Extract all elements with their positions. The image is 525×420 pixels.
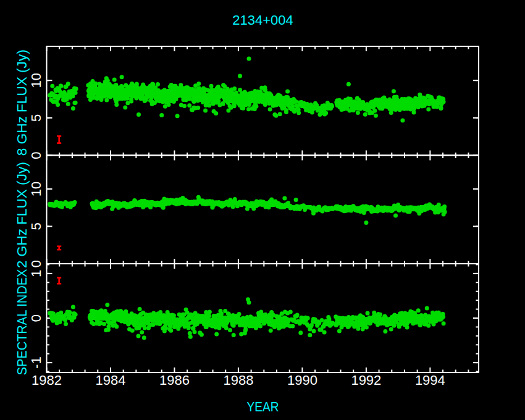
panel-flux-2ghz: 05102 GHz FLUX (Jy) xyxy=(14,156,479,269)
data-point xyxy=(392,89,396,93)
data-point xyxy=(268,107,272,112)
data-point xyxy=(363,112,368,117)
data-point xyxy=(114,103,119,107)
y-tick-label: 10 xyxy=(28,73,44,88)
data-point xyxy=(175,114,180,118)
data-point xyxy=(112,78,117,82)
data-point xyxy=(311,211,316,216)
data-point xyxy=(124,309,128,314)
data-point xyxy=(196,82,201,86)
data-point xyxy=(437,203,441,207)
data-point xyxy=(442,321,446,326)
data-point xyxy=(320,318,324,322)
data-point xyxy=(330,104,334,109)
x-tick-label: 1994 xyxy=(415,372,445,388)
data-point xyxy=(73,200,77,204)
panel-spectral-index: -101SPECTRAL INDEX xyxy=(14,264,479,376)
y-axis-title-flux-2ghz: 2 GHz FLUX (Jy) xyxy=(14,162,30,268)
data-point xyxy=(74,86,78,91)
data-points-spectral-index xyxy=(48,297,445,340)
data-point xyxy=(243,327,248,332)
data-point xyxy=(216,99,220,103)
data-points-flux-8ghz xyxy=(48,57,445,123)
data-point xyxy=(426,324,430,328)
data-point xyxy=(282,196,287,201)
data-point xyxy=(136,112,141,117)
data-point xyxy=(284,108,288,112)
data-point xyxy=(130,329,135,333)
y-tick-label: 0 xyxy=(28,151,44,159)
data-point xyxy=(193,330,197,334)
y-tick-label: 10 xyxy=(28,182,44,196)
data-point xyxy=(389,327,393,332)
x-tick-label: 1992 xyxy=(351,372,381,388)
data-point xyxy=(74,91,78,95)
data-point xyxy=(324,111,328,116)
data-point xyxy=(221,102,225,106)
data-point xyxy=(312,329,316,333)
data-point xyxy=(140,330,144,335)
data-point xyxy=(308,333,312,337)
data-point xyxy=(295,313,300,317)
x-tick-label: 1988 xyxy=(223,372,253,388)
data-point xyxy=(232,86,237,91)
error-bar-flux-8ghz xyxy=(57,136,61,143)
data-point xyxy=(59,84,63,88)
data-point xyxy=(232,333,236,337)
data-point xyxy=(196,106,200,110)
data-point xyxy=(372,109,377,113)
data-point xyxy=(238,74,242,78)
data-point xyxy=(151,322,155,327)
data-point xyxy=(228,328,232,332)
data-point xyxy=(159,113,164,117)
data-point xyxy=(188,335,193,339)
data-point xyxy=(138,307,142,311)
data-point xyxy=(290,324,295,329)
data-point xyxy=(254,104,258,109)
data-point xyxy=(258,324,262,329)
data-point xyxy=(247,300,251,304)
data-point xyxy=(50,84,54,88)
data-point xyxy=(70,94,75,98)
data-point xyxy=(337,329,342,333)
data-point xyxy=(224,326,229,330)
data-point xyxy=(443,209,447,214)
data-point xyxy=(237,312,242,316)
data-point xyxy=(67,310,72,314)
data-point xyxy=(322,330,327,335)
data-point xyxy=(306,316,310,321)
data-point xyxy=(400,119,405,123)
data-point xyxy=(196,195,201,200)
data-point xyxy=(203,109,208,113)
data-point xyxy=(269,329,273,333)
data-point xyxy=(232,104,237,108)
data-point xyxy=(66,82,70,86)
data-point xyxy=(442,99,446,104)
plot-title: 2134+004 xyxy=(232,12,293,28)
data-point xyxy=(405,326,410,330)
data-point xyxy=(317,112,322,117)
data-point xyxy=(208,309,212,314)
data-point xyxy=(135,82,139,86)
data-point xyxy=(366,311,370,316)
data-point xyxy=(214,111,218,116)
data-point xyxy=(156,82,160,86)
data-point xyxy=(169,329,173,333)
data-point xyxy=(378,313,382,317)
data-point xyxy=(346,82,351,86)
x-tick-label: 1986 xyxy=(159,372,190,388)
data-point xyxy=(207,314,211,318)
data-point xyxy=(182,104,187,108)
data-point xyxy=(187,326,191,330)
x-tick-label: 1982 xyxy=(32,372,62,388)
data-point xyxy=(161,206,166,210)
y-tick-label: 5 xyxy=(28,114,44,122)
data-point xyxy=(120,75,124,79)
data-point xyxy=(187,103,191,107)
data-point xyxy=(143,326,147,330)
data-point xyxy=(64,322,68,326)
data-point xyxy=(71,305,75,309)
data-point xyxy=(158,322,162,326)
data-point xyxy=(217,326,221,330)
y-axis-title-spectral-index: SPECTRAL INDEX xyxy=(14,269,30,375)
